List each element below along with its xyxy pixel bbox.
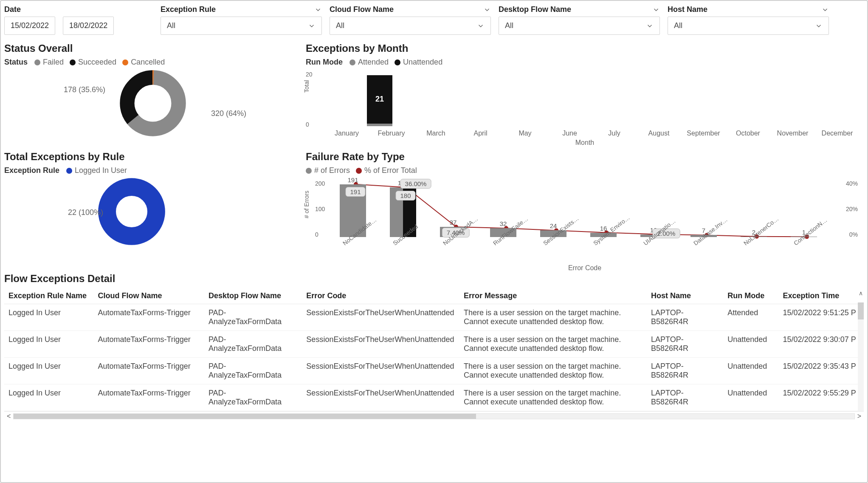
- detail-table-wrap: ∧ Exception Rule NameCloud Flow NameDesk…: [4, 288, 864, 411]
- table-header[interactable]: Exception Rule Name: [4, 288, 93, 304]
- bar-total-label: 21: [367, 95, 392, 104]
- exception-rule-label: Exception Rule: [161, 5, 216, 14]
- host-value: All: [674, 21, 682, 30]
- dot-icon: [122, 59, 128, 65]
- filter-bar: Date 15/02/2022 18/02/2022 Exception Rul…: [4, 3, 864, 41]
- table-header[interactable]: Exception Time: [779, 288, 864, 304]
- donut-label: 22 (100%): [68, 208, 103, 217]
- dot-icon: [395, 59, 400, 65]
- cloud-flow-label: Cloud Flow Name: [330, 5, 394, 14]
- chevron-down-icon: [815, 22, 823, 30]
- table-row[interactable]: Logged In UserAutomateTaxForms-TriggerPA…: [4, 384, 864, 411]
- scroll-right-icon[interactable]: >: [857, 412, 861, 420]
- table-header[interactable]: Error Message: [459, 288, 647, 304]
- dot-icon: [306, 168, 312, 174]
- runmode-legend: Run Mode Attended Unattended: [306, 58, 864, 67]
- table-header[interactable]: Error Code: [302, 288, 459, 304]
- failure-rate-title: Failure Rate by Type: [306, 151, 864, 163]
- chevron-down-icon[interactable]: [652, 6, 660, 14]
- cloud-flow-filter: Cloud Flow Name All: [330, 5, 491, 35]
- failure-legend: # of Errors % of Error Total: [306, 166, 864, 175]
- chevron-down-icon[interactable]: [821, 6, 829, 14]
- date-to-input[interactable]: 18/02/2022: [63, 17, 114, 35]
- dot-icon: [70, 59, 76, 65]
- chevron-down-icon: [646, 22, 654, 30]
- y-axis-title: # of Errors: [303, 191, 310, 218]
- failure-pareto-chart[interactable]: # of Errors 200 100 0 40% 20% 0% 1911803…: [306, 178, 864, 267]
- exc-month-title: Exceptions by Month: [306, 42, 864, 54]
- desktop-flow-dropdown[interactable]: All: [499, 17, 660, 35]
- chevron-down-icon[interactable]: [314, 6, 322, 14]
- date-from-input[interactable]: 15/02/2022: [4, 17, 55, 35]
- table-row[interactable]: Logged In UserAutomateTaxForms-TriggerPA…: [4, 304, 864, 331]
- host-label: Host Name: [668, 5, 707, 14]
- exc-rule-legend: Exception Rule Logged In User: [4, 166, 302, 175]
- table-header[interactable]: Cloud Flow Name: [93, 288, 204, 304]
- sort-asc-icon[interactable]: ∧: [859, 290, 863, 297]
- vertical-scrollbar[interactable]: [858, 302, 864, 411]
- host-dropdown[interactable]: All: [668, 17, 829, 35]
- scroll-left-icon[interactable]: <: [7, 412, 11, 420]
- report-canvas: Date 15/02/2022 18/02/2022 Exception Rul…: [0, 0, 868, 483]
- detail-table[interactable]: Exception Rule NameCloud Flow NameDeskto…: [4, 288, 864, 411]
- chevron-down-icon[interactable]: [483, 6, 491, 14]
- cloud-flow-dropdown[interactable]: All: [330, 17, 491, 35]
- table-row[interactable]: Logged In UserAutomateTaxForms-TriggerPA…: [4, 331, 864, 358]
- dot-icon: [349, 59, 355, 65]
- host-filter: Host Name All: [668, 5, 829, 35]
- detail-title: Flow Exceptions Detail: [4, 273, 864, 285]
- exception-rule-dropdown[interactable]: All: [161, 17, 322, 35]
- svg-point-3: [107, 187, 156, 236]
- table-header[interactable]: Host Name: [647, 288, 723, 304]
- table-row[interactable]: Logged In UserAutomateTaxForms-TriggerPA…: [4, 358, 864, 384]
- horizontal-scrollbar[interactable]: < >: [4, 411, 864, 421]
- cloud-flow-value: All: [336, 21, 344, 30]
- date-filter: Date 15/02/2022 18/02/2022: [4, 5, 153, 35]
- status-overall-title: Status Overall: [4, 42, 302, 54]
- dot-icon: [66, 168, 72, 174]
- exc-rule-donut[interactable]: 22 (100%): [98, 178, 208, 254]
- dot-icon: [34, 59, 40, 65]
- desktop-flow-filter: Desktop Flow Name All: [499, 5, 660, 35]
- exc-month-chart[interactable]: Total 20 0 21 JanuaryFebruaryMarch April…: [306, 69, 864, 141]
- exception-rule-value: All: [167, 21, 175, 30]
- status-donut-chart[interactable]: 178 (35.6%) 320 (64%): [98, 69, 208, 137]
- table-header[interactable]: Desktop Flow Name: [204, 288, 302, 304]
- chevron-down-icon: [308, 22, 316, 30]
- dot-icon: [356, 168, 362, 174]
- chevron-down-icon: [477, 22, 485, 30]
- exception-rule-filter: Exception Rule All: [161, 5, 322, 35]
- y-axis-title: Total: [303, 80, 310, 93]
- desktop-flow-value: All: [505, 21, 513, 30]
- donut-label-left: 178 (35.6%): [64, 85, 105, 94]
- month-axis: JanuaryFebruaryMarch AprilMayJune JulyAu…: [324, 130, 860, 137]
- donut-label-right: 320 (64%): [211, 109, 246, 118]
- table-header[interactable]: Run Mode: [723, 288, 778, 304]
- exc-rule-title: Total Exceptions by Rule: [4, 151, 302, 163]
- date-filter-label: Date: [4, 5, 153, 14]
- status-legend: Status Failed Succeeded Cancelled: [4, 58, 302, 67]
- desktop-flow-label: Desktop Flow Name: [499, 5, 571, 14]
